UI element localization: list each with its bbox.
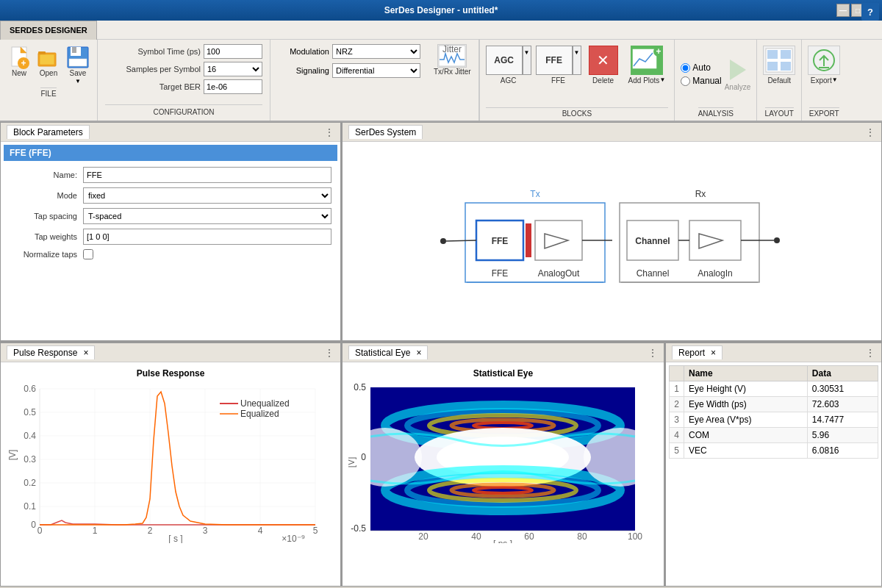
col-num-header <box>670 366 684 381</box>
report-tab[interactable]: Report × <box>672 345 723 359</box>
modulation-select[interactable]: NRZ <box>332 44 420 59</box>
svg-text:0: 0 <box>361 452 366 462</box>
svg-text:[V]: [V] <box>7 450 18 461</box>
ffe-title: FFE (FFE) <box>10 148 51 158</box>
mode-select[interactable]: fixed <box>83 187 331 204</box>
save-button[interactable]: Save ▼ <box>65 44 91 86</box>
line-left-ffe <box>446 240 476 241</box>
ffe-icon: FFE <box>536 46 573 75</box>
samples-select[interactable]: 16 <box>204 62 262 76</box>
jitter-button[interactable]: Jitter Tx/Rx Jitter <box>434 44 471 76</box>
open-label: Open <box>40 69 57 77</box>
analog-in-block[interactable] <box>689 220 741 260</box>
analog-out-block[interactable] <box>535 220 582 260</box>
target-ber-row: Target BER <box>105 79 262 94</box>
svg-text:0.3: 0.3 <box>24 454 36 465</box>
ffe-dropdown[interactable]: ▼ <box>573 46 581 75</box>
col-name-header: Name <box>684 366 808 381</box>
block-params-tab[interactable]: Block Parameters <box>7 125 90 139</box>
report-header-row: Name Data <box>670 366 878 381</box>
save-dropdown-arrow[interactable]: ▼ <box>75 78 81 85</box>
export-dropdown-arrow[interactable]: ▼ <box>832 76 838 83</box>
target-ber-input[interactable] <box>204 79 262 94</box>
svg-text:-0.5: -0.5 <box>351 523 366 534</box>
layout-section-label: LAYOUT <box>765 107 794 118</box>
modulation-row: Modulation NRZ <box>278 44 420 59</box>
normalize-checkbox[interactable] <box>83 249 93 259</box>
system-canvas: Tx FFE FFE AnalogOut <box>343 142 881 340</box>
export-section: Export ▼ EXPORT <box>802 40 846 121</box>
analyze-label: Analyze <box>725 83 751 91</box>
name-input[interactable] <box>83 167 331 183</box>
block-params-content: FFE (FFE) Name: Mode fixed Tap spacing T… <box>1 142 340 340</box>
agc-button[interactable]: AGC ▼ AGC <box>486 46 531 85</box>
open-button[interactable]: Open <box>35 44 62 79</box>
right-dot <box>774 237 780 243</box>
statistical-eye-tab[interactable]: Statistical Eye × <box>348 345 428 359</box>
title-bar: SerDes Designer - untitled* — □ ✕ <box>0 0 882 21</box>
statistical-eye-close[interactable]: × <box>416 348 421 358</box>
jitter-icon: Jitter <box>437 44 467 68</box>
manual-label: Manual <box>692 76 721 86</box>
serdes-system-menu[interactable]: ⋮ <box>865 126 875 138</box>
svg-point-71 <box>348 428 422 487</box>
svg-text:0: 0 <box>31 520 36 530</box>
tap-spacing-select[interactable]: T-spaced <box>83 208 331 224</box>
bottom-panels: Pulse Response × ⋮ Pulse Response <box>0 343 882 587</box>
svg-text:[V]: [V] <box>348 457 356 468</box>
help-button[interactable]: ? <box>861 3 879 21</box>
report-close[interactable]: × <box>711 348 716 358</box>
svg-rect-19 <box>781 50 791 59</box>
analysis-section: Auto Manual Analyze ANALYSIS <box>675 40 757 121</box>
new-label: New <box>12 69 26 77</box>
new-button[interactable]: + New <box>6 44 32 79</box>
serdes-system-tab[interactable]: SerDes System <box>348 125 423 139</box>
row-data: 72.603 <box>807 397 878 412</box>
auto-radio[interactable] <box>681 63 690 73</box>
pulse-response-tab[interactable]: Pulse Response × <box>7 345 95 359</box>
report-menu[interactable]: ⋮ <box>865 347 875 359</box>
manual-radio[interactable] <box>681 76 690 86</box>
delete-label: Delete <box>592 76 614 85</box>
default-button[interactable]: Default <box>763 46 795 85</box>
agc-dropdown[interactable]: ▼ <box>523 46 531 75</box>
analysis-radio-group: Auto Manual <box>681 62 721 86</box>
tap-weights-input[interactable] <box>83 229 331 245</box>
svg-rect-9 <box>72 47 76 53</box>
add-plots-dropdown[interactable]: ▼ <box>659 76 665 83</box>
table-row: 5 VEC 6.0816 <box>670 443 878 459</box>
pulse-response-menu[interactable]: ⋮ <box>324 347 334 359</box>
statistical-eye-menu[interactable]: ⋮ <box>648 347 658 359</box>
svg-rect-5 <box>38 51 46 54</box>
table-row: 4 COM 5.96 <box>670 428 878 443</box>
serdes-designer-tab[interactable]: SERDES DESIGNER <box>0 21 97 40</box>
export-button[interactable]: Export ▼ <box>808 46 840 85</box>
minimize-button[interactable]: — <box>836 4 850 17</box>
svg-text:4: 4 <box>258 526 263 536</box>
svg-text:[ s ]: [ s ] <box>168 534 182 543</box>
symbol-time-input[interactable] <box>204 44 262 59</box>
block-params-menu[interactable]: ⋮ <box>324 126 334 138</box>
add-plots-button[interactable]: + Add Plots ▼ <box>628 46 666 85</box>
row-name: Eye Width (ps) <box>684 397 808 412</box>
ffe-button[interactable]: FFE ▼ FFE <box>536 46 581 85</box>
svg-text:3: 3 <box>203 526 208 536</box>
modulation-section: Modulation NRZ Signaling Differential <box>270 40 479 121</box>
report-title: Report <box>678 348 705 358</box>
svg-text:0.6: 0.6 <box>24 384 36 394</box>
modulation-label: Modulation <box>278 47 329 56</box>
signaling-select[interactable]: Differential <box>332 63 420 78</box>
pulse-plot-title: Pulse Response <box>7 368 334 379</box>
block-params-title: Block Parameters <box>13 127 83 137</box>
svg-text:0.2: 0.2 <box>24 478 36 488</box>
svg-text:+: + <box>21 58 26 68</box>
blocks-section-label: BLOCKS <box>486 107 669 118</box>
svg-text:[ ps ]: [ ps ] <box>493 539 512 543</box>
pulse-response-panel: Pulse Response × ⋮ Pulse Response <box>0 343 342 587</box>
serdes-system-title: SerDes System <box>355 127 416 137</box>
pulse-response-close[interactable]: × <box>83 348 88 358</box>
analyze-button[interactable]: Analyze <box>725 58 751 91</box>
row-data: 14.7477 <box>807 412 878 428</box>
row-name: Eye Area (V*ps) <box>684 412 808 428</box>
delete-button[interactable]: ✕ Delete <box>589 46 618 85</box>
